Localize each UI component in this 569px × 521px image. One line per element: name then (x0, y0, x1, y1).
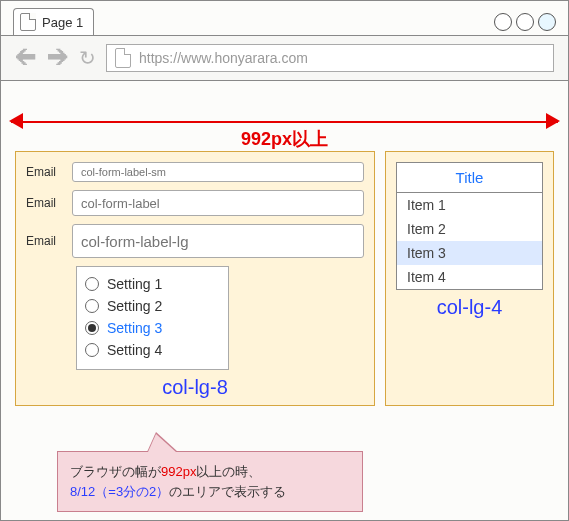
list-panel: Title Item 1Item 2Item 3Item 4 (396, 162, 543, 290)
setting-label: Setting 1 (107, 276, 162, 292)
url-text: https://www.honyarara.com (139, 50, 308, 66)
list-title: Title (397, 163, 542, 193)
col-lg-8: Email Email Email Setting 1Setting 2Sett… (15, 151, 375, 406)
callout-text-2: 以上の時、 (196, 464, 261, 479)
toolbar: 🡰 🡲 ↻ https://www.honyarara.com (1, 35, 568, 81)
left-col-label: col-lg-8 (26, 376, 364, 399)
grid-row: Email Email Email Setting 1Setting 2Sett… (1, 145, 568, 406)
list-item-4[interactable]: Item 4 (397, 265, 542, 289)
radio-icon (85, 277, 99, 291)
setting-label: Setting 3 (107, 320, 162, 336)
page-icon (115, 48, 131, 68)
input-lg[interactable] (72, 224, 364, 258)
browser-tab[interactable]: Page 1 (13, 8, 94, 35)
page-icon (20, 13, 36, 31)
label-email-lg: Email (26, 234, 62, 248)
input-sm[interactable] (72, 162, 364, 182)
callout-text-3: のエリアで表示する (169, 484, 286, 499)
forward-icon[interactable]: 🡲 (47, 47, 69, 69)
ruler-label: 992px以上 (241, 127, 328, 151)
form-row-md: Email (26, 190, 364, 216)
setting-label: Setting 2 (107, 298, 162, 314)
setting-option-1[interactable]: Setting 1 (85, 273, 220, 295)
callout: ブラウザの幅が992px以上の時、 8/12（=3分の2）のエリアで表示する (57, 451, 363, 512)
form-row-lg: Email (26, 224, 364, 258)
window-buttons (494, 13, 556, 31)
tab-bar: Page 1 (1, 1, 568, 35)
window-button-1[interactable] (494, 13, 512, 31)
tab-title: Page 1 (42, 15, 83, 30)
setting-label: Setting 4 (107, 342, 162, 358)
right-col-label: col-lg-4 (396, 296, 543, 319)
label-email-sm: Email (26, 165, 62, 179)
radio-icon (85, 343, 99, 357)
list-item-2[interactable]: Item 2 (397, 217, 542, 241)
form-row-sm: Email (26, 162, 364, 182)
window-button-2[interactable] (516, 13, 534, 31)
input-md[interactable] (72, 190, 364, 216)
label-email-md: Email (26, 196, 62, 210)
radio-icon (85, 321, 99, 335)
callout-text-1: ブラウザの幅が (70, 464, 161, 479)
settings-panel: Setting 1Setting 2Setting 3Setting 4 (76, 266, 229, 370)
address-bar[interactable]: https://www.honyarara.com (106, 44, 554, 72)
back-icon[interactable]: 🡰 (15, 47, 37, 69)
callout-blue: 8/12（=3分の2） (70, 484, 169, 499)
window-button-3[interactable] (538, 13, 556, 31)
setting-option-2[interactable]: Setting 2 (85, 295, 220, 317)
col-lg-4: Title Item 1Item 2Item 3Item 4 col-lg-4 (385, 151, 554, 406)
radio-icon (85, 299, 99, 313)
setting-option-3[interactable]: Setting 3 (85, 317, 220, 339)
list-item-3[interactable]: Item 3 (397, 241, 542, 265)
setting-option-4[interactable]: Setting 4 (85, 339, 220, 361)
list-item-1[interactable]: Item 1 (397, 193, 542, 217)
width-ruler: 992px以上 (11, 105, 558, 145)
callout-red: 992px (161, 464, 196, 479)
reload-icon[interactable]: ↻ (79, 48, 96, 68)
